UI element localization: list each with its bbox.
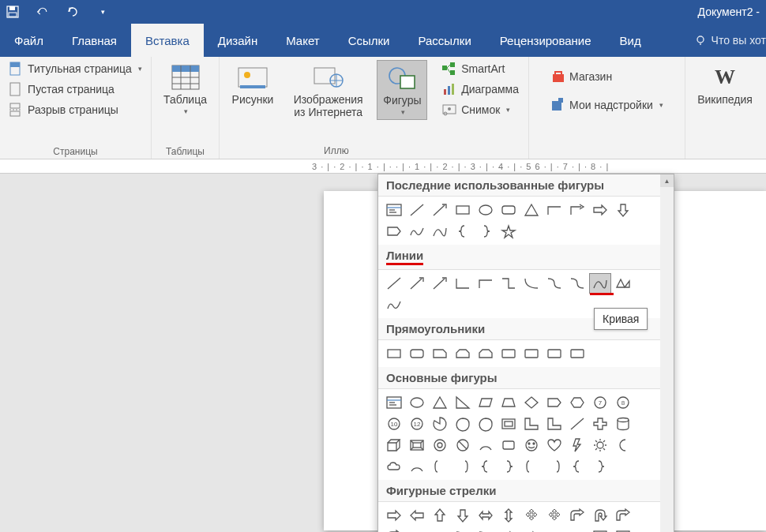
shape-can[interactable] — [498, 435, 520, 455]
shape-scribble[interactable] — [406, 221, 428, 242]
shape-rbr[interactable] — [543, 456, 565, 477]
tab-insert[interactable]: Вставка — [131, 24, 204, 57]
shape-tear2[interactable] — [475, 414, 497, 434]
shape-round2[interactable] — [520, 343, 543, 364]
shape-rb2[interactable] — [589, 456, 611, 477]
shape-smile[interactable] — [520, 435, 543, 455]
tab-view[interactable]: Вид — [606, 24, 655, 57]
shapes-button[interactable]: Фигуры ▾ — [377, 60, 427, 120]
shape-donut[interactable] — [429, 435, 451, 455]
shape-line[interactable] — [383, 273, 405, 294]
shape-star[interactable] — [498, 221, 520, 242]
store-button[interactable]: Магазин — [547, 68, 666, 85]
shape-textbox[interactable] — [383, 200, 405, 220]
shape-lightning[interactable] — [566, 435, 588, 455]
shape-striped[interactable] — [498, 526, 520, 532]
shape-snip1[interactable] — [429, 343, 451, 364]
shape-trap[interactable] — [498, 392, 520, 413]
shape-curvedl[interactable] — [429, 526, 451, 532]
shape-quad[interactable] — [520, 505, 543, 526]
pictures-button[interactable]: Рисунки — [226, 60, 280, 109]
shape-rect[interactable] — [383, 343, 405, 364]
shape-pent[interactable] — [383, 221, 405, 242]
page-break-button[interactable]: Разрыв страницы — [6, 101, 122, 118]
redo-icon[interactable] — [66, 6, 79, 18]
shape-moon[interactable] — [612, 435, 634, 455]
shape-rounddiag[interactable] — [543, 343, 565, 364]
shape-elbow[interactable] — [543, 200, 565, 220]
shape-diag[interactable] — [566, 414, 588, 434]
shape-lrarr[interactable] — [475, 505, 497, 526]
scroll-up-icon[interactable]: ▲ — [660, 174, 674, 187]
shape-arc[interactable] — [475, 435, 497, 455]
shape-callout2[interactable] — [612, 526, 634, 532]
shape-hex[interactable] — [566, 392, 588, 413]
shape-cyl[interactable] — [612, 414, 634, 434]
shape-lshape2[interactable] — [543, 414, 565, 434]
shape-n12[interactable]: 12 — [406, 414, 428, 434]
shape-curvedd[interactable] — [475, 526, 497, 532]
shape-br2[interactable] — [452, 456, 474, 477]
shape-conn2[interactable] — [475, 273, 497, 294]
shape-lbrace[interactable] — [475, 456, 497, 477]
shape-roundsame[interactable] — [566, 343, 588, 364]
shape-cloud[interactable] — [383, 456, 405, 477]
shape-sun[interactable] — [589, 435, 611, 455]
shape-n7[interactable]: 7 — [589, 392, 611, 413]
shape-n10[interactable]: 10 — [383, 414, 405, 434]
shape-bevel[interactable] — [406, 435, 428, 455]
online-pictures-button[interactable]: Изображения из Интернета — [288, 60, 369, 122]
undo-icon[interactable] — [36, 6, 49, 18]
shape-downarrow[interactable] — [452, 505, 474, 526]
shape-pentag[interactable] — [543, 526, 565, 532]
chart-button[interactable]: Диаграмма — [439, 81, 522, 98]
shape-chevron[interactable] — [566, 526, 588, 532]
shape-dblarrow[interactable] — [429, 273, 451, 294]
shape-pent5[interactable] — [543, 392, 565, 413]
shape-line[interactable] — [406, 200, 428, 220]
shape-dia[interactable] — [520, 392, 543, 413]
wikipedia-button[interactable]: W Википедия — [694, 60, 756, 109]
tab-mailings[interactable]: Рассылки — [404, 24, 485, 57]
smartart-button[interactable]: SmartArt — [439, 60, 522, 77]
shapes-scrollbar[interactable]: ▲ — [660, 174, 674, 532]
qat-customize-icon[interactable]: ▾ — [96, 6, 109, 18]
shape-textbox[interactable] — [383, 392, 405, 413]
shape-cconn3[interactable] — [566, 273, 588, 294]
shape-uturn[interactable] — [589, 505, 611, 526]
tab-home[interactable]: Главная — [58, 24, 131, 57]
shape-cconn1[interactable] — [520, 273, 543, 294]
shape-conn3[interactable] — [498, 273, 520, 294]
shape-notched[interactable] — [520, 526, 543, 532]
shape-rtri[interactable] — [452, 392, 474, 413]
tell-me[interactable]: Что вы хот — [694, 24, 766, 57]
shape-conn1[interactable] — [452, 273, 474, 294]
shape-elbowarrow[interactable] — [566, 200, 588, 220]
shape-curvedu[interactable] — [452, 526, 474, 532]
shape-rightarrow[interactable] — [383, 505, 405, 526]
tab-file[interactable]: Файл — [0, 24, 58, 57]
shape-round1[interactable] — [498, 343, 520, 364]
shape-plus[interactable] — [589, 414, 611, 434]
shape-rightarrow[interactable] — [589, 200, 611, 220]
shape-rect[interactable] — [452, 200, 474, 220]
shape-arrowline[interactable] — [429, 200, 451, 220]
tab-review[interactable]: Рецензирование — [486, 24, 606, 57]
shape-lb2[interactable] — [566, 456, 588, 477]
tab-references[interactable]: Ссылки — [334, 24, 404, 57]
shape-pie[interactable] — [429, 414, 451, 434]
shape-snip2[interactable] — [452, 343, 474, 364]
shape-lbr[interactable] — [520, 456, 543, 477]
shape-curvedr[interactable] — [406, 526, 428, 532]
shape-uparrow[interactable] — [429, 505, 451, 526]
shape-roundrect[interactable] — [498, 200, 520, 220]
shape-n8[interactable]: 8 — [612, 392, 634, 413]
tab-design[interactable]: Дизайн — [204, 24, 272, 57]
screenshot-button[interactable]: Снимок▾ — [439, 101, 522, 118]
shape-noentry[interactable] — [452, 435, 474, 455]
table-button[interactable]: Таблица ▾ — [160, 60, 210, 118]
shape-tear[interactable] — [452, 414, 474, 434]
shape-downarrow[interactable] — [612, 200, 634, 220]
shape-scribble[interactable] — [383, 294, 405, 315]
shape-br1[interactable] — [429, 456, 451, 477]
